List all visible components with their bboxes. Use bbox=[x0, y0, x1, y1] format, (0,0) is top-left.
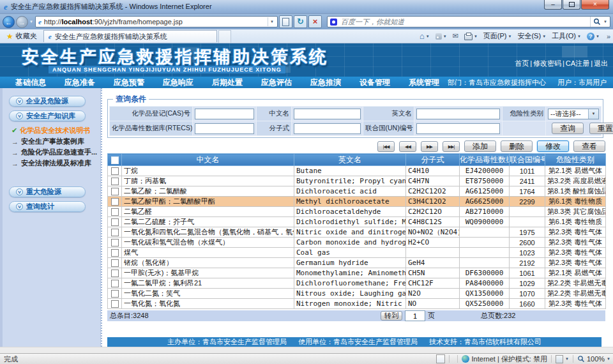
favorites-button[interactable]: ★ 收藏夹 bbox=[3, 31, 41, 41]
stop-button[interactable]: × bbox=[308, 15, 322, 28]
search-box[interactable]: ▼ bbox=[327, 16, 610, 27]
table-row[interactable]: 丁烷 Butane C4H10 EJ4200000 1011 第2.1类 易燃气… bbox=[108, 166, 606, 176]
table-row[interactable]: 锗烷（氢化锗） Germanium hydride GeH4 2192 第2.3… bbox=[108, 258, 606, 268]
home-button[interactable]: ⌂▼ bbox=[420, 33, 430, 40]
table-row[interactable]: 二氯二乙硫醚；芥子气 Dichlorodiethyl sulfide; Must… bbox=[108, 217, 606, 227]
history-dropdown-icon[interactable]: ▼ bbox=[29, 20, 33, 24]
table-row[interactable]: 一氟二氯甲烷；氟利昂21 Dichlorofluoromethane; Freo… bbox=[108, 278, 606, 289]
row-checkbox[interactable] bbox=[111, 280, 119, 287]
search-dropdown-arrow[interactable]: ▼ bbox=[603, 20, 610, 24]
row-checkbox[interactable] bbox=[111, 269, 119, 277]
row-checkbox[interactable] bbox=[111, 249, 119, 257]
feeds-button[interactable]: ▼ bbox=[435, 33, 447, 40]
table-row[interactable]: 一氧化氮和四氧化二氮混合物（氮氧化物，硝基气，氧化氮气体） Nitric oxi… bbox=[108, 227, 606, 238]
chevron-down-icon[interactable]: ▼ bbox=[607, 357, 610, 361]
row-checkbox[interactable] bbox=[111, 290, 119, 298]
top-link[interactable]: 首页 bbox=[515, 59, 529, 68]
refresh-button[interactable]: ↻ bbox=[294, 15, 307, 28]
top-link[interactable]: 退出 bbox=[589, 59, 608, 68]
maximize-button[interactable] bbox=[563, 0, 580, 10]
modify-button[interactable]: 修改 bbox=[537, 140, 569, 152]
row-checkbox[interactable] bbox=[111, 198, 119, 206]
print-button[interactable]: ▼ bbox=[464, 33, 478, 40]
protected-mode-icon[interactable] bbox=[556, 355, 563, 363]
next-page-button[interactable]: ▶▶ bbox=[421, 141, 438, 152]
sidebar-panel-query-stats[interactable]: v 查询统计 bbox=[9, 201, 86, 212]
table-row[interactable]: 煤气 Coal gas 1023 第2.3类 毒性气体 bbox=[108, 248, 606, 258]
layout-icon[interactable] bbox=[436, 354, 445, 363]
nav-menu-item[interactable]: 应急评估 bbox=[261, 77, 292, 88]
row-checkbox[interactable] bbox=[111, 229, 119, 236]
zoom-level-label[interactable]: 100% bbox=[587, 355, 605, 363]
cas-input[interactable] bbox=[195, 109, 254, 119]
table-row[interactable]: 丁腈；丙基氰 Butyronitrile; Propyl cyanide C4H… bbox=[108, 176, 606, 186]
close-button[interactable]: × bbox=[581, 0, 609, 10]
row-checkbox[interactable] bbox=[111, 188, 119, 195]
search-icon[interactable] bbox=[590, 17, 603, 27]
sidebar-item[interactable]: 危险化学品应急速查手... bbox=[11, 147, 101, 158]
prev-page-button[interactable]: ◀◀ bbox=[399, 141, 416, 152]
top-link[interactable]: CA注册 bbox=[561, 59, 589, 68]
un-input[interactable] bbox=[416, 123, 500, 134]
sidebar-item[interactable]: 安全法律法规及标准库 bbox=[11, 158, 101, 169]
add-button[interactable]: 添加 bbox=[464, 140, 496, 152]
goto-page-input[interactable] bbox=[405, 310, 425, 321]
formula-input[interactable] bbox=[294, 123, 361, 134]
back-button[interactable]: ← bbox=[3, 16, 15, 28]
nav-menu-item[interactable]: 应急准备 bbox=[64, 77, 95, 88]
en-name-input[interactable] bbox=[416, 109, 500, 119]
minimize-button[interactable]: – bbox=[544, 0, 562, 10]
table-row[interactable]: 一甲胺(无水)；氨基甲烷 Monomethylamine; Aminometha… bbox=[108, 268, 606, 278]
new-tab-stub[interactable] bbox=[218, 30, 231, 43]
delete-button[interactable]: 删除 bbox=[501, 140, 533, 152]
nav-menu-item[interactable]: 应急响应 bbox=[163, 77, 193, 88]
select-all-header[interactable] bbox=[108, 154, 122, 166]
chevron-down-icon[interactable]: ▼ bbox=[565, 357, 569, 361]
table-row[interactable]: 二氯乙醛 Dichloroacetaldehyde C2H2C12O AB271… bbox=[108, 207, 606, 217]
view-button[interactable]: 查看 bbox=[573, 140, 605, 152]
compatibility-view-button[interactable] bbox=[279, 15, 292, 28]
sidebar-item[interactable]: 化学品安全技术说明书 bbox=[11, 125, 101, 136]
rtecs-input[interactable] bbox=[195, 123, 254, 134]
read-mail-button[interactable]: ✉ bbox=[453, 32, 458, 40]
row-checkbox[interactable] bbox=[111, 218, 119, 226]
row-checkbox[interactable] bbox=[111, 208, 119, 216]
address-dropdown-arrow[interactable]: ▼ bbox=[268, 17, 276, 26]
search-input[interactable] bbox=[340, 17, 590, 26]
table-row[interactable]: 二氯乙酸甲酯；二氯醋酸甲酯 Methyl dichloroacetate C3H… bbox=[108, 197, 606, 207]
row-checkbox[interactable] bbox=[111, 167, 119, 175]
command-menu-item[interactable]: 工具(O)▼ bbox=[552, 31, 581, 41]
sidebar-panel-enterprise[interactable]: v 企业及危险源 bbox=[9, 96, 86, 107]
sidebar-item[interactable]: 安全生产事故案例库 bbox=[11, 136, 101, 147]
nav-menu-item[interactable]: 设备管理 bbox=[359, 77, 390, 88]
command-menu-item[interactable]: 安全(S)▼ bbox=[517, 31, 546, 41]
hazard-select[interactable]: --请选择-- ▼ bbox=[548, 109, 599, 119]
overflow-chevron-icon[interactable]: » bbox=[607, 33, 610, 40]
command-menu-item[interactable]: 页面(P)▼ bbox=[483, 31, 512, 41]
table-row[interactable]: 一氧化碳和氢气混合物（水煤气） Carbon monoxide and hydr… bbox=[108, 238, 606, 248]
nav-menu-item[interactable]: 基础信息 bbox=[15, 77, 46, 88]
select-all-checkbox[interactable] bbox=[111, 156, 119, 164]
first-page-button[interactable]: |◀◀ bbox=[377, 141, 395, 152]
last-page-button[interactable]: ▶▶| bbox=[443, 141, 460, 152]
table-row[interactable]: 二氯乙酸；二氯醋酸 Dichloroacetic acid C2H2C12O2 … bbox=[108, 186, 606, 197]
nav-menu-item[interactable]: 系统管理 bbox=[409, 77, 439, 88]
reset-button[interactable]: 重置 bbox=[589, 123, 613, 134]
table-row[interactable]: 一氧化氮；氧化氮 Nitrogen monoxide; Nitric oxide… bbox=[108, 299, 606, 309]
row-checkbox[interactable] bbox=[111, 178, 119, 185]
row-checkbox[interactable] bbox=[111, 239, 119, 246]
top-link[interactable]: 修改密码 bbox=[529, 59, 561, 68]
address-field[interactable]: e http://localhost:90/yjzh/frame/homepag… bbox=[35, 16, 278, 27]
nav-menu-item[interactable]: 后期处置 bbox=[212, 77, 243, 88]
search-button[interactable]: 查询 bbox=[552, 123, 584, 134]
goto-page-button[interactable]: 转到 bbox=[381, 311, 402, 321]
row-checkbox[interactable] bbox=[111, 259, 119, 267]
forward-button[interactable]: → bbox=[16, 16, 28, 28]
table-row[interactable]: 一氧化二氮；笑气 Nitrous oxide; Laughing gas N2O… bbox=[108, 289, 606, 299]
sidebar-panel-major-hazard[interactable]: v 重大危险源 bbox=[9, 186, 86, 197]
help-button[interactable]: ?▼ bbox=[587, 33, 600, 40]
cn-name-input[interactable] bbox=[294, 109, 361, 119]
nav-menu-item[interactable]: 应急推演 bbox=[310, 77, 341, 88]
row-checkbox[interactable] bbox=[111, 300, 119, 308]
browser-tab[interactable]: e 安全生产应急救援指挥辅助决策系统 bbox=[43, 30, 217, 42]
